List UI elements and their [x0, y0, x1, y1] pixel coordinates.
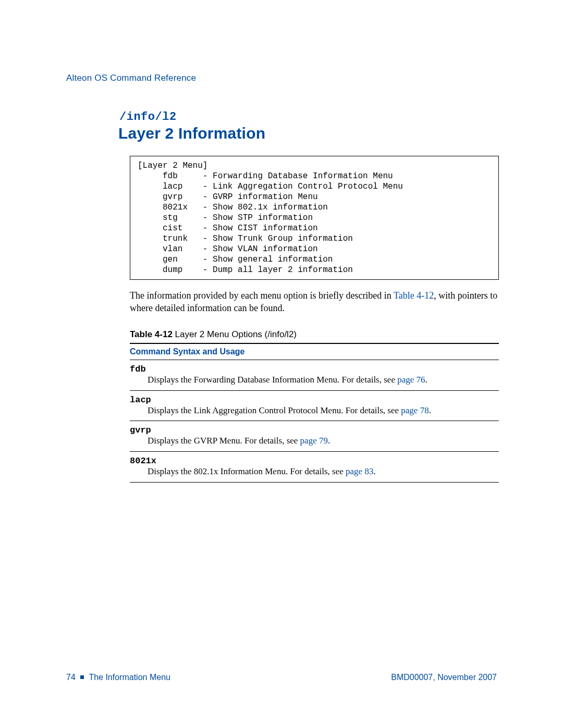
command-desc-text: Displays the GVRP Menu. For details, see [148, 436, 300, 446]
command-name: 8021x [130, 456, 498, 466]
command-desc-text: Displays the 802.1x Information Menu. Fo… [148, 466, 346, 476]
table-row: gvrpDisplays the GVRP Menu. For details,… [130, 421, 499, 452]
footer-section: The Information Menu [89, 673, 170, 682]
command-description: Displays the GVRP Menu. For details, see… [130, 435, 498, 447]
command-desc-post: . [425, 375, 427, 385]
command-description: Displays the Link Aggregation Control Pr… [130, 405, 498, 417]
command-description: Displays the 802.1x Information Menu. Fo… [130, 466, 498, 478]
command-name: lacp [130, 395, 498, 405]
table-caption-text: Layer 2 Menu Options (/info/l2) [173, 329, 297, 339]
footer-left: 74 The Information Menu [66, 673, 170, 682]
table-row: lacpDisplays the Link Aggregation Contro… [130, 390, 499, 421]
page: Alteon OS Command Reference /info/l2 Lay… [0, 0, 563, 728]
table-cell: lacpDisplays the Link Aggregation Contro… [130, 390, 499, 421]
command-name: gvrp [130, 425, 498, 435]
running-head: Alteon OS Command Reference [66, 73, 497, 83]
footer-right: BMD00007, November 2007 [391, 673, 497, 682]
command-name: fdb [130, 364, 498, 374]
table-ref-link[interactable]: Table 4-12 [394, 290, 434, 301]
section-title: Layer 2 Information [118, 125, 497, 142]
table-number: Table 4-12 [130, 329, 173, 339]
table-caption: Table 4-12 Layer 2 Menu Options (/info/l… [130, 329, 499, 340]
command-desc-post: . [373, 466, 375, 476]
menu-box: [Layer 2 Menu] fdb - Forwarding Database… [130, 156, 499, 280]
table-row: 8021xDisplays the 802.1x Information Men… [130, 452, 499, 483]
command-description: Displays the Forwarding Database Informa… [130, 374, 498, 386]
footer-separator-icon [80, 675, 84, 679]
page-footer: 74 The Information Menu BMD00007, Novemb… [66, 673, 497, 682]
table-cell: 8021xDisplays the 802.1x Information Men… [130, 452, 499, 483]
page-link[interactable]: page 76 [397, 375, 425, 385]
table-cell: gvrpDisplays the GVRP Menu. For details,… [130, 421, 499, 452]
body-paragraph: The information provided by each menu op… [130, 289, 499, 315]
page-number: 74 [66, 673, 76, 682]
page-link[interactable]: page 79 [300, 436, 328, 446]
page-link[interactable]: page 83 [346, 466, 373, 476]
table-row: fdbDisplays the Forwarding Database Info… [130, 360, 499, 390]
page-link[interactable]: page 78 [401, 405, 429, 415]
para-text-pre: The information provided by each menu op… [130, 290, 394, 301]
table-cell: fdbDisplays the Forwarding Database Info… [130, 360, 499, 390]
section-path: /info/l2 [119, 110, 497, 124]
command-desc-text: Displays the Forwarding Database Informa… [148, 375, 397, 385]
command-desc-text: Displays the Link Aggregation Control Pr… [148, 405, 401, 415]
command-table: Command Syntax and Usage fdbDisplays the… [130, 343, 499, 483]
command-desc-post: . [429, 405, 431, 415]
command-desc-post: . [328, 436, 330, 446]
command-table-header: Command Syntax and Usage [130, 343, 499, 360]
